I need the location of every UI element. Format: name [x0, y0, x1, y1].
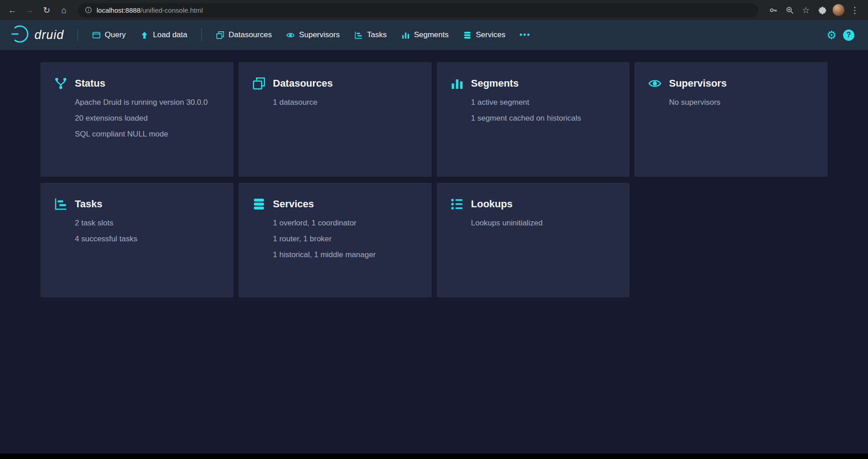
- home-view: Status Apache Druid is running version 3…: [0, 50, 868, 454]
- status-cards-grid: Status Apache Druid is running version 3…: [40, 62, 828, 298]
- datasources-icon: [216, 31, 224, 39]
- card-line: 1 datasource: [273, 98, 418, 107]
- card-body: Apache Druid is running version 30.0.0 2…: [75, 98, 220, 139]
- card-line: Lookups uninitialized: [471, 218, 616, 228]
- card-header: Lookups: [450, 197, 616, 211]
- more-menu-button[interactable]: •••: [514, 26, 536, 44]
- card-header: Services: [252, 197, 418, 211]
- home-icon[interactable]: ⌂: [56, 2, 72, 18]
- druid-logo-icon: [10, 24, 30, 46]
- druid-logo[interactable]: druid: [8, 24, 69, 46]
- nav-item-datasources[interactable]: Datasources: [210, 26, 278, 44]
- bookmark-star-icon[interactable]: ☆: [800, 4, 812, 16]
- card-line: 1 historical, 1 middle manager: [273, 250, 418, 259]
- card-segments[interactable]: Segments 1 active segment 1 segment cach…: [437, 62, 630, 177]
- stack-icon: [252, 197, 267, 211]
- nav-item-label: Services: [476, 30, 505, 39]
- gantt-icon: [354, 31, 363, 39]
- card-title: Segments: [471, 78, 519, 89]
- upload-icon: [140, 31, 149, 39]
- card-body: 1 datasource: [273, 98, 418, 107]
- card-line: 20 extensions loaded: [75, 113, 220, 123]
- card-line: 2 task slots: [75, 218, 220, 228]
- card-title: Supervisors: [669, 78, 727, 89]
- card-title: Tasks: [75, 198, 102, 210]
- card-datasources[interactable]: Datasources 1 datasource: [239, 62, 432, 177]
- card-line: Apache Druid is running version 30.0.0: [75, 98, 220, 107]
- card-body: No supervisors: [669, 98, 814, 107]
- menu-dots-icon[interactable]: ⋮: [849, 4, 861, 16]
- nav-item-services[interactable]: Services: [457, 26, 511, 44]
- header-actions: ⚙ ?: [827, 29, 860, 41]
- back-icon[interactable]: ←: [5, 2, 20, 18]
- password-key-icon[interactable]: [767, 4, 779, 16]
- card-line: SQL compliant NULL mode: [75, 129, 220, 139]
- card-tasks[interactable]: Tasks 2 task slots 4 successful tasks: [40, 183, 234, 298]
- druid-header: druid Query Load data: [0, 20, 868, 50]
- card-lookups[interactable]: Lookups Lookups uninitialized: [437, 183, 630, 298]
- nav-item-tasks[interactable]: Tasks: [348, 26, 392, 44]
- bar-chart-icon: [450, 77, 465, 90]
- screen-edge: [0, 454, 868, 459]
- nav-item-segments[interactable]: Segments: [395, 26, 455, 44]
- card-title: Status: [75, 78, 105, 89]
- card-line: 1 active segment: [471, 98, 616, 107]
- help-icon[interactable]: ?: [843, 29, 854, 41]
- nav-item-label: Query: [105, 30, 126, 39]
- card-status[interactable]: Status Apache Druid is running version 3…: [40, 62, 234, 177]
- bar-chart-icon: [401, 31, 410, 39]
- extensions-icon[interactable]: [816, 4, 828, 16]
- card-supervisors[interactable]: Supervisors No supervisors: [634, 62, 828, 177]
- nav-item-query[interactable]: Query: [86, 26, 132, 44]
- card-title: Datasources: [273, 78, 333, 89]
- eye-icon: [286, 31, 295, 39]
- card-header: Status: [54, 77, 220, 90]
- card-line: 4 successful tasks: [75, 234, 220, 244]
- card-body: Lookups uninitialized: [471, 218, 616, 228]
- card-body: 2 task slots 4 successful tasks: [75, 218, 220, 244]
- url-host: localhost:8888: [97, 6, 141, 14]
- stack-icon: [463, 31, 472, 39]
- url-text: localhost:8888/unified-console.html: [97, 6, 203, 14]
- divider: [201, 28, 202, 42]
- card-body: 1 active segment 1 segment cached on his…: [471, 98, 616, 123]
- screen: ← → ↻ ⌂ localhost:8888/unified-console.h…: [0, 0, 868, 459]
- druid-brand-name: druid: [34, 28, 64, 42]
- nav-item-label: Segments: [414, 30, 449, 39]
- browser-toolbar: ← → ↻ ⌂ localhost:8888/unified-console.h…: [0, 0, 868, 20]
- zoom-icon[interactable]: [784, 4, 795, 16]
- nav-item-load-data[interactable]: Load data: [134, 26, 193, 44]
- fork-icon: [54, 77, 68, 90]
- card-title: Lookups: [471, 198, 513, 210]
- card-body: 1 overlord, 1 coordinator 1 router, 1 br…: [273, 218, 418, 259]
- card-line: 1 router, 1 broker: [273, 234, 418, 244]
- nav-item-label: Load data: [153, 30, 187, 39]
- nav-item-label: Supervisors: [299, 30, 340, 39]
- page-info-icon[interactable]: [84, 6, 92, 14]
- list-icon: [450, 197, 465, 211]
- eye-icon: [648, 77, 663, 90]
- nav-item-supervisors[interactable]: Supervisors: [280, 26, 346, 44]
- address-bar[interactable]: localhost:8888/unified-console.html: [78, 3, 758, 17]
- console-icon: [92, 31, 101, 39]
- datasources-icon: [252, 77, 267, 90]
- refresh-icon[interactable]: ↻: [39, 2, 54, 18]
- settings-gear-icon[interactable]: ⚙: [827, 29, 837, 41]
- avatar[interactable]: [833, 4, 844, 16]
- browser-actions: ☆ ⋮: [765, 4, 863, 16]
- card-line: No supervisors: [669, 98, 814, 107]
- forward-icon[interactable]: →: [22, 2, 37, 18]
- card-line: 1 segment cached on historicals: [471, 113, 616, 123]
- gantt-icon: [54, 197, 68, 211]
- card-services[interactable]: Services 1 overlord, 1 coordinator 1 rou…: [239, 183, 432, 298]
- divider: [78, 28, 78, 42]
- card-header: Supervisors: [648, 77, 814, 90]
- url-path: /unified-console.html: [141, 6, 203, 14]
- card-title: Services: [273, 198, 314, 210]
- nav-item-label: Datasources: [229, 30, 272, 39]
- nav-item-label: Tasks: [367, 30, 386, 39]
- card-header: Tasks: [54, 197, 220, 211]
- card-header: Datasources: [252, 77, 418, 90]
- card-line: 1 overlord, 1 coordinator: [273, 218, 418, 228]
- card-header: Segments: [450, 77, 616, 90]
